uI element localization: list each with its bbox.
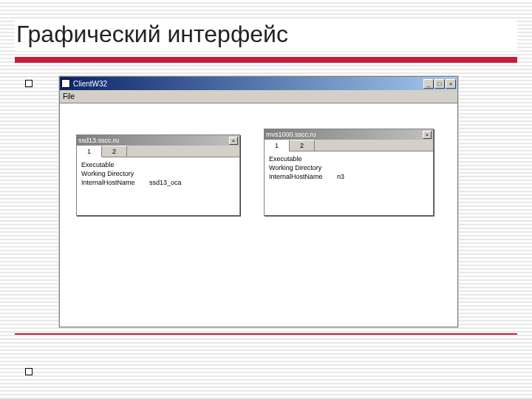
left-label-executable: Executable [81, 160, 149, 169]
slide-bullet-icon [25, 368, 33, 375]
main-window: ClientW32 _ □ × File ssd13.sscc.ru × 1 2 [59, 76, 458, 327]
right-value-hostname: n3 [337, 172, 344, 181]
main-window-titlebar[interactable]: ClientW32 _ □ × [60, 77, 457, 90]
right-close-button[interactable]: × [423, 131, 432, 139]
right-tab-1[interactable]: 1 [265, 140, 290, 151]
slide-title: Графический интерфейс [15, 21, 517, 51]
app-icon [61, 79, 70, 88]
right-label-hostname: InternalHostName [269, 172, 337, 181]
main-window-title: ClientW32 [73, 80, 423, 88]
right-window-titlebar[interactable]: mvs1000.sscc.ru × [265, 129, 433, 140]
left-child-window: ssd13.sscc.ru × 1 2 Executable Working D… [76, 134, 240, 216]
right-tabs: 1 2 [265, 140, 433, 151]
right-content: Executable Working Directory InternalHos… [265, 151, 433, 184]
left-tab-2[interactable]: 2 [102, 146, 127, 157]
maximize-button[interactable]: □ [434, 79, 445, 89]
left-window-title: ssd13.sscc.ru [78, 137, 229, 144]
right-tab-2[interactable]: 2 [290, 140, 315, 151]
left-row-workdir: Working Directory [81, 169, 235, 178]
left-label-workdir: Working Directory [81, 169, 149, 178]
right-window-buttons: × [423, 131, 432, 139]
right-label-workdir: Working Directory [269, 163, 337, 172]
left-close-button[interactable]: × [229, 137, 238, 145]
left-value-hostname: ssd13_oca [149, 178, 182, 187]
slide: Графический интерфейс ClientW32 _ □ × Fi… [15, 21, 517, 335]
left-row-hostname: InternalHostName ssd13_oca [81, 178, 235, 187]
minimize-button[interactable]: _ [423, 79, 434, 89]
slide-bullet-icon [25, 80, 33, 87]
left-tab-1[interactable]: 1 [77, 146, 102, 157]
left-window-buttons: × [229, 137, 238, 145]
left-content: Executable Working Directory InternalHos… [77, 157, 239, 190]
menu-file[interactable]: File [63, 92, 75, 100]
right-row-executable: Executable [269, 154, 429, 163]
right-row-hostname: InternalHostName n3 [269, 172, 429, 181]
left-tabs: 1 2 [77, 146, 239, 157]
left-row-executable: Executable [81, 160, 235, 169]
window-buttons: _ □ × [423, 79, 456, 89]
right-label-executable: Executable [269, 154, 337, 163]
bottom-underline [15, 333, 517, 335]
left-window-titlebar[interactable]: ssd13.sscc.ru × [77, 135, 239, 146]
close-button[interactable]: × [446, 79, 456, 89]
right-row-workdir: Working Directory [269, 163, 429, 172]
menubar: File [60, 90, 457, 103]
left-label-hostname: InternalHostName [81, 178, 149, 187]
right-child-window: mvs1000.sscc.ru × 1 2 Executable Working… [264, 129, 434, 216]
title-underline [15, 57, 517, 63]
right-window-title: mvs1000.sscc.ru [266, 131, 423, 138]
